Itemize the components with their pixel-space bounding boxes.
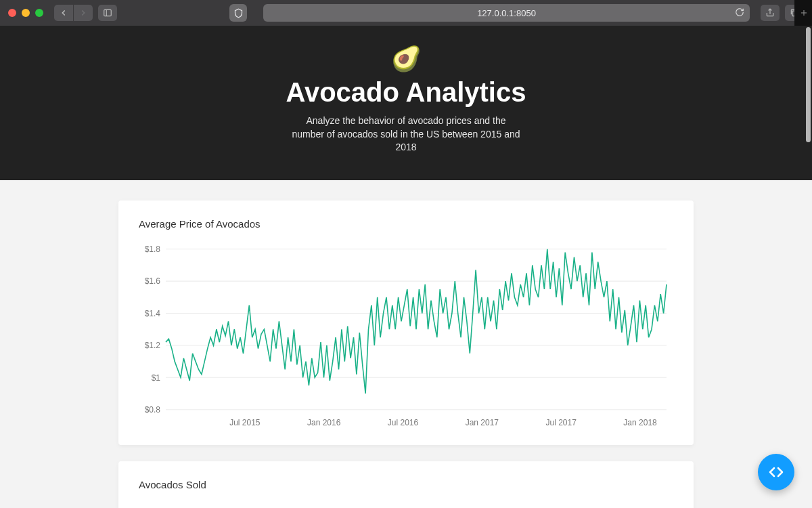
page-body: Average Price of Avocados $0.8$1$1.2$1.4… bbox=[0, 180, 812, 508]
svg-text:Jul 2017: Jul 2017 bbox=[546, 418, 577, 428]
price-chart-card: Average Price of Avocados $0.8$1$1.2$1.4… bbox=[118, 200, 694, 445]
price-chart-title: Average Price of Avocados bbox=[139, 218, 673, 230]
page-viewport: 🥑 Avocado Analytics Analyze the behavior… bbox=[0, 26, 812, 508]
svg-text:$1.6: $1.6 bbox=[145, 276, 160, 287]
dev-tools-button[interactable] bbox=[758, 454, 794, 490]
browser-toolbar: 127.0.0.1:8050 bbox=[0, 0, 812, 26]
back-button[interactable] bbox=[54, 5, 73, 21]
window-controls bbox=[8, 9, 43, 17]
share-button[interactable] bbox=[761, 5, 780, 21]
forward-button[interactable] bbox=[74, 5, 93, 21]
address-bar[interactable]: 127.0.0.1:8050 bbox=[263, 4, 750, 22]
scrollbar-thumb[interactable] bbox=[806, 27, 811, 142]
svg-text:$1.4: $1.4 bbox=[145, 308, 160, 318]
svg-text:Jan 2016: Jan 2016 bbox=[307, 418, 340, 428]
svg-text:$1: $1 bbox=[152, 373, 160, 383]
privacy-shield-button[interactable] bbox=[229, 4, 247, 22]
fullscreen-window-button[interactable] bbox=[35, 9, 43, 17]
sold-chart-title: Avocados Sold bbox=[139, 479, 673, 490]
avocado-icon: 🥑 bbox=[0, 45, 812, 73]
close-window-button[interactable] bbox=[8, 9, 16, 17]
svg-text:$1.8: $1.8 bbox=[145, 244, 160, 254]
sidebar-toggle-button[interactable] bbox=[98, 5, 117, 21]
new-tab-button[interactable] bbox=[794, 0, 812, 26]
svg-text:Jan 2018: Jan 2018 bbox=[623, 418, 656, 428]
price-chart[interactable]: $0.8$1$1.2$1.4$1.6$1.8Jul 2015Jan 2016Ju… bbox=[139, 242, 673, 431]
svg-text:Jul 2015: Jul 2015 bbox=[229, 418, 260, 428]
reload-icon[interactable] bbox=[735, 7, 744, 19]
url-text: 127.0.0.1:8050 bbox=[477, 8, 536, 18]
svg-text:Jul 2016: Jul 2016 bbox=[388, 418, 418, 428]
page-subtitle: Analyze the behavior of avocado prices a… bbox=[291, 114, 521, 154]
page-title: Avocado Analytics bbox=[0, 77, 812, 108]
svg-rect-0 bbox=[104, 9, 112, 16]
page-header: 🥑 Avocado Analytics Analyze the behavior… bbox=[0, 26, 812, 180]
svg-text:Jan 2017: Jan 2017 bbox=[466, 418, 499, 428]
nav-group bbox=[54, 5, 93, 21]
svg-text:$0.8: $0.8 bbox=[145, 404, 160, 415]
sold-chart-card: Avocados Sold bbox=[118, 461, 694, 508]
minimize-window-button[interactable] bbox=[22, 9, 30, 17]
svg-text:$1.2: $1.2 bbox=[145, 341, 160, 351]
